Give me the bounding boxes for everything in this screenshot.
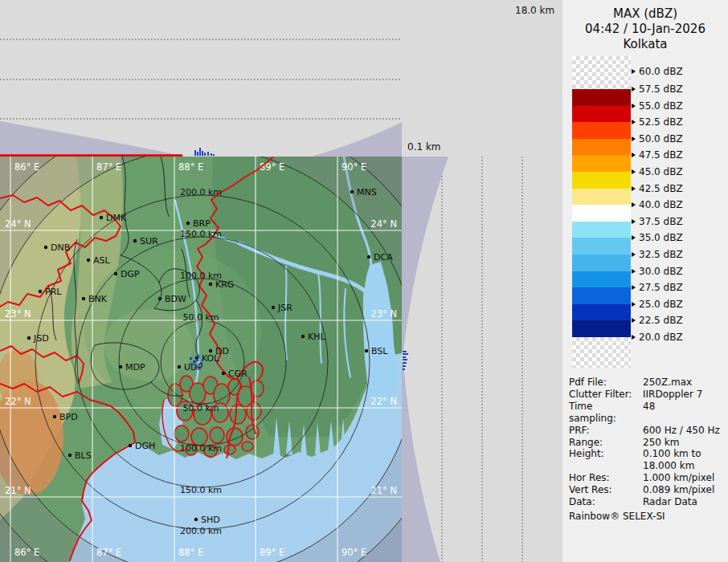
city-label: DMK [106, 213, 127, 223]
latitude-label: 23° N [370, 308, 397, 320]
longitude-label: 89° E [260, 547, 284, 558]
latitude-label: 24° N [370, 218, 397, 230]
city-label: DCA [374, 252, 393, 263]
metadata-value: 250Z.max [643, 377, 726, 389]
metadata-value: 0.100 km to [643, 448, 726, 460]
metadata-value: 0.089 km/pixel [643, 484, 726, 496]
colorbar-tick-label: 50.0 dBZ [632, 133, 683, 145]
latitude-label: 23° N [5, 308, 31, 320]
axis-max-height-label: 18.0 km [515, 5, 554, 16]
tick-arrow-icon [632, 235, 636, 240]
city-label: JSR [277, 303, 292, 313]
tick-arrow-icon [632, 285, 636, 290]
city-label: JSD [33, 333, 49, 344]
city-label: KHL [308, 332, 325, 342]
metadata-row: Data:Radar Data [569, 496, 726, 508]
top-cross-section-panel [0, 0, 402, 157]
city-label: BLS [75, 450, 92, 461]
top-cross-section-plot [0, 0, 402, 157]
city-label: BPD [59, 412, 78, 422]
tick-arrow-icon [632, 302, 636, 307]
latitude-label: 21° N [5, 485, 31, 496]
city-label: DNB [51, 242, 70, 253]
tick-arrow-icon [632, 252, 636, 257]
axis-corner-panel: 18.0 km 0.1 km [402, 0, 562, 157]
city-label: DGP [121, 269, 140, 279]
city-dot [222, 372, 225, 375]
software-signature: Rainbow® SELEX-SI [569, 511, 726, 523]
dbz-colorbar [572, 56, 631, 368]
range-ring-label: 100.0 km [180, 443, 222, 454]
metadata-row: Height:0.100 km to [569, 448, 726, 460]
right-cross-section-panel [402, 157, 562, 562]
metadata-label: Range: [569, 437, 643, 449]
metadata-label: Hor Res: [569, 472, 643, 484]
city-dot [114, 272, 117, 275]
colorbar-tick-label: 22.5 dBZ [632, 315, 683, 326]
colorbar-tick-label: 32.5 dBZ [632, 249, 683, 260]
longitude-label: 86° E [14, 161, 39, 173]
latitude-label: 21° N [370, 485, 397, 496]
tick-arrow-icon [632, 69, 636, 74]
product-title: MAX (dBZ) [562, 6, 728, 22]
city-dot [27, 336, 31, 340]
radar-map-canvas: 86° E86° E87° E87° E88° E88° E89° E89° E… [0, 157, 402, 562]
city-dot [129, 444, 132, 447]
metadata-row: Clutter Filter:IIRDoppler 7 [569, 389, 726, 401]
metadata-value: 18.000 km [643, 460, 726, 472]
city-dot [272, 306, 275, 309]
city-dot [209, 349, 212, 352]
colorbar-tick-label: 25.0 dBZ [632, 299, 683, 310]
axis-min-height-label: 0.1 km [407, 141, 441, 153]
city-label: BRP [193, 218, 211, 229]
longitude-label: 87° E [96, 161, 121, 173]
metadata-row: Hor Res:1.000 km/pixel [569, 472, 726, 484]
colorbar-transparent-swatch [572, 56, 631, 89]
city-label: DGH [135, 441, 155, 451]
colorbar-band [572, 238, 631, 255]
metadata-value: Radar Data [643, 496, 726, 508]
longitude-label: 90° E [342, 161, 366, 173]
longitude-label: 87° E [96, 547, 121, 558]
radar-app-window: 18.0 km 0.1 km [0, 0, 728, 562]
city-dot [87, 259, 90, 262]
metadata-label [569, 460, 643, 472]
metadata-row: Pdf File:250Z.max [569, 377, 726, 389]
metadata-label: Vert Res: [569, 484, 643, 496]
metadata-row: Vert Res:0.089 km/pixel [569, 484, 726, 496]
city-dot [68, 454, 72, 457]
tick-arrow-icon [632, 120, 636, 124]
tick-arrow-icon [632, 153, 636, 157]
longitude-label: 88° E [178, 161, 203, 173]
city-label: CGR [228, 369, 247, 379]
city-dot [44, 246, 47, 249]
legend-panel: MAX (dBZ) 04:42 / 10-Jan-2026 Kolkata 60… [562, 0, 728, 562]
colorbar-band [572, 189, 631, 206]
city-label: BNK [88, 294, 108, 304]
colorbar-tick-label: 45.0 dBZ [632, 166, 683, 177]
right-cross-section-plot [402, 157, 562, 562]
city-dot [133, 239, 137, 242]
tick-arrow-icon [632, 219, 636, 224]
metadata-value: 250 km [643, 437, 726, 449]
colorbar-band [572, 122, 631, 139]
city-dot [209, 283, 212, 286]
metadata-value: 48 [643, 401, 726, 425]
city-dot [82, 297, 85, 300]
colorbar-tick-label: 30.0 dBZ [632, 266, 683, 277]
range-ring-label: 200.0 km [180, 187, 222, 198]
metadata-value: 600 Hz / 450 Hz [643, 425, 726, 437]
colorbar-tick-label: 55.0 dBZ [632, 100, 683, 112]
metadata-label: PRF: [569, 425, 643, 437]
colorbar-band [572, 155, 631, 172]
colorbar-tick-label: 27.5 dBZ [632, 282, 683, 293]
colorbar-tick-label: 52.5 dBZ [632, 116, 683, 128]
colorbar-band [572, 106, 631, 123]
tick-arrow-icon [632, 104, 636, 108]
colorbar-band [572, 271, 631, 288]
metadata-row: 18.000 km [569, 460, 726, 472]
city-dot [39, 290, 42, 293]
city-label: PRL [45, 287, 62, 297]
radar-map[interactable]: 86° E86° E87° E87° E88° E88° E89° E89° E… [0, 157, 402, 562]
city-dot [158, 297, 162, 300]
